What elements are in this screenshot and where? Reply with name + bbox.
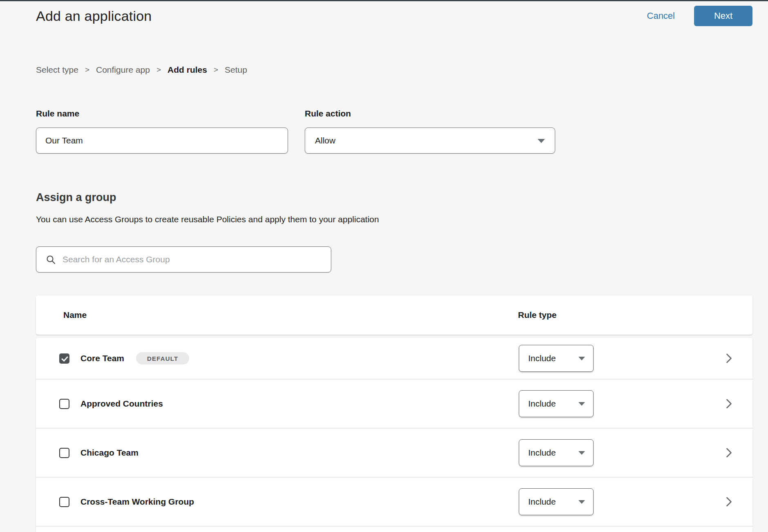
- cancel-button[interactable]: Cancel: [647, 11, 675, 21]
- rule-action-field: Rule action Allow: [305, 109, 555, 154]
- row-checkbox[interactable]: [59, 399, 69, 409]
- row-expand-button[interactable]: [726, 447, 732, 459]
- row-expand-button[interactable]: [726, 398, 732, 410]
- chevron-down-icon: [578, 451, 585, 455]
- group-name: Core Team: [80, 353, 124, 363]
- rule-action-select[interactable]: Allow: [305, 127, 555, 154]
- breadcrumb: Select type>Configure app>Add rules>Setu…: [36, 65, 752, 75]
- column-header-rule-type: Rule type: [518, 310, 557, 320]
- header-actions: Cancel Next: [647, 6, 752, 26]
- rule-name-field: Rule name: [36, 109, 288, 154]
- group-table-header: Name Rule type: [36, 295, 752, 335]
- rule-type-value: Include: [528, 353, 556, 363]
- row-checkbox[interactable]: [59, 448, 69, 458]
- add-application-page: Add an application Cancel Next Select ty…: [0, 5, 768, 532]
- rule-type-value: Include: [528, 497, 556, 507]
- row-checkbox[interactable]: [59, 353, 69, 364]
- rule-action-label: Rule action: [305, 109, 555, 118]
- rule-type-select[interactable]: Include: [519, 390, 594, 417]
- rule-fields: Rule name Rule action Allow: [36, 109, 752, 154]
- rule-name-label: Rule name: [36, 109, 288, 118]
- breadcrumb-step-configure-app[interactable]: Configure app: [96, 65, 150, 75]
- search-icon: [46, 255, 56, 265]
- column-header-name: Name: [63, 310, 87, 320]
- chevron-down-icon: [578, 500, 585, 504]
- rule-type-value: Include: [528, 399, 556, 409]
- breadcrumb-separator: >: [85, 65, 89, 74]
- chevron-right-icon: [726, 398, 732, 410]
- row-checkbox[interactable]: [59, 497, 69, 507]
- breadcrumb-separator: >: [156, 65, 161, 74]
- row-expand-button[interactable]: [726, 352, 732, 364]
- table-row: Core Team DEFAULT Include: [36, 338, 752, 380]
- row-expand-button[interactable]: [726, 496, 732, 508]
- group-name: Cross-Team Working Group: [80, 497, 194, 507]
- group-name: Approved Countries: [80, 399, 163, 409]
- assign-group-heading: Assign a group: [36, 191, 752, 204]
- table-row: Chicago Team Include: [36, 429, 752, 478]
- chevron-down-icon: [578, 402, 585, 406]
- breadcrumb-step-setup[interactable]: Setup: [225, 65, 247, 75]
- table-row: Approved Countries Include: [36, 380, 752, 429]
- assign-group-description: You can use Access Groups to create reus…: [36, 215, 752, 224]
- page-title: Add an application: [36, 5, 152, 27]
- page-header: Add an application Cancel Next: [36, 5, 752, 27]
- rule-action-value: Allow: [315, 136, 335, 145]
- rule-name-input[interactable]: [36, 127, 288, 154]
- group-name: Chicago Team: [80, 448, 138, 458]
- chevron-down-icon: [578, 357, 585, 360]
- breadcrumb-separator: >: [214, 65, 218, 74]
- window-top-edge: [0, 0, 768, 1]
- rule-type-select[interactable]: Include: [519, 345, 594, 372]
- chevron-right-icon: [726, 352, 732, 364]
- chevron-right-icon: [726, 496, 732, 508]
- access-group-searchbox: [36, 246, 331, 273]
- chevron-down-icon: [538, 139, 545, 143]
- next-button[interactable]: Next: [694, 6, 752, 26]
- breadcrumb-step-select-type[interactable]: Select type: [36, 65, 78, 75]
- table-row: Cross-Team Working Group Include: [36, 478, 752, 527]
- chevron-right-icon: [726, 447, 732, 459]
- rule-type-select[interactable]: Include: [519, 439, 594, 466]
- rule-type-select[interactable]: Include: [519, 488, 594, 515]
- default-badge: DEFAULT: [136, 352, 189, 364]
- breadcrumb-step-add-rules[interactable]: Add rules: [167, 65, 207, 75]
- group-table-rows: Core Team DEFAULT Include Approved Count…: [36, 338, 752, 532]
- rule-type-value: Include: [528, 448, 556, 458]
- access-group-search-input[interactable]: [36, 247, 331, 272]
